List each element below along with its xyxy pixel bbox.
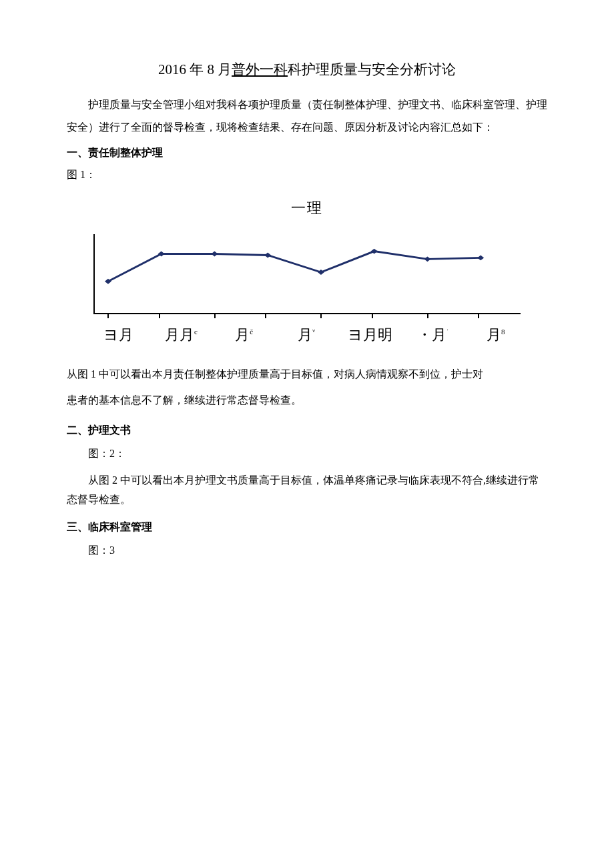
svg-marker-2 [211,252,218,257]
section-2-para: 从图 2 中可以看出本月护理文书质量高于目标值，体温单疼痛记录与临床表现不符合,… [67,470,547,510]
figure-1-label: 图 1： [67,168,547,182]
svg-marker-6 [424,257,430,262]
section-1-para-1: 从图 1 中可以看出本月责任制整体护理质量高于目标值，对病人病情观察不到位，护士… [67,364,547,386]
x-label-3: 月č [213,325,276,345]
x-label-1: ヨ月 [87,325,149,345]
title-pre: 2016 年 8 月 [158,61,232,77]
figure-3-label: 图：3 [67,544,547,558]
chart-1-plot [93,234,521,314]
page-title: 2016 年 8 月普外一科科护理质量与安全分析讨论 [67,60,547,79]
chart-1-x-axis: ヨ月 月月c 月č 月ᵛ ヨ月明 ・月˙ 月8 [87,318,527,345]
x-label-7: 月8 [465,325,527,345]
x-label-5: ヨ月明 [338,325,401,345]
title-post: 科护理质量与安全分析讨论 [288,61,456,77]
figure-2-label: 图：2： [67,447,547,461]
chart-1-line [95,234,521,313]
x-label-6: ・月˙ [401,325,464,345]
chart-1: 一理 ヨ月 月月c 月č 月ᵛ ヨ月明 ・月˙ [87,198,527,345]
section-1-heading: 一、责任制整体护理 [67,146,547,160]
x-label-4: 月ᵛ [276,325,338,345]
x-label-2: 月月c [149,325,212,345]
section-2-heading: 二、护理文书 [67,424,547,438]
svg-marker-3 [264,253,271,258]
section-1-para-2: 患者的基本信息不了解，继续进行常态督导检查。 [67,390,547,412]
svg-marker-7 [477,256,484,261]
chart-1-title: 一理 [87,198,527,218]
section-3-heading: 三、临床科室管理 [67,520,547,534]
intro-paragraph: 护理质量与安全管理小组对我科各项护理质量（责任制整体护理、护理文书、临床科室管理… [67,93,547,138]
title-underline: 普外一科 [232,61,288,77]
